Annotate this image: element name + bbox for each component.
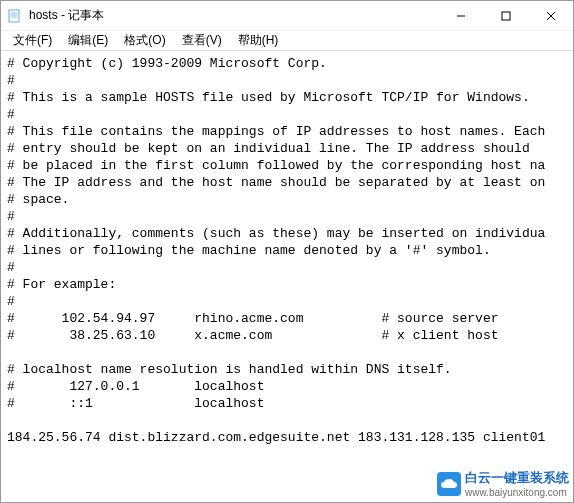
menubar: 文件(F) 编辑(E) 格式(O) 查看(V) 帮助(H) — [1, 31, 573, 51]
window-title: hosts - 记事本 — [29, 7, 438, 24]
watermark-url: www.baiyunxitong.com — [465, 487, 569, 498]
maximize-button[interactable] — [483, 1, 528, 30]
menu-view[interactable]: 查看(V) — [174, 30, 230, 51]
menu-edit[interactable]: 编辑(E) — [60, 30, 116, 51]
window-controls — [438, 1, 573, 30]
cloud-icon — [437, 472, 461, 496]
watermark-text: 白云一键重装系统 — [465, 469, 569, 487]
menu-help[interactable]: 帮助(H) — [230, 30, 287, 51]
menu-file[interactable]: 文件(F) — [5, 30, 60, 51]
svg-rect-0 — [9, 10, 19, 22]
watermark-text-group: 白云一键重装系统 www.baiyunxitong.com — [465, 469, 569, 498]
watermark: 白云一键重装系统 www.baiyunxitong.com — [437, 469, 569, 498]
close-button[interactable] — [528, 1, 573, 30]
svg-rect-5 — [502, 12, 510, 20]
menu-format[interactable]: 格式(O) — [116, 30, 173, 51]
text-editor-area[interactable]: # Copyright (c) 1993-2009 Microsoft Corp… — [1, 51, 573, 502]
minimize-button[interactable] — [438, 1, 483, 30]
app-icon — [7, 8, 23, 24]
titlebar: hosts - 记事本 — [1, 1, 573, 31]
notepad-window: hosts - 记事本 文件(F) 编辑(E) 格式(O) 查看(V) 帮助(H… — [0, 0, 574, 503]
